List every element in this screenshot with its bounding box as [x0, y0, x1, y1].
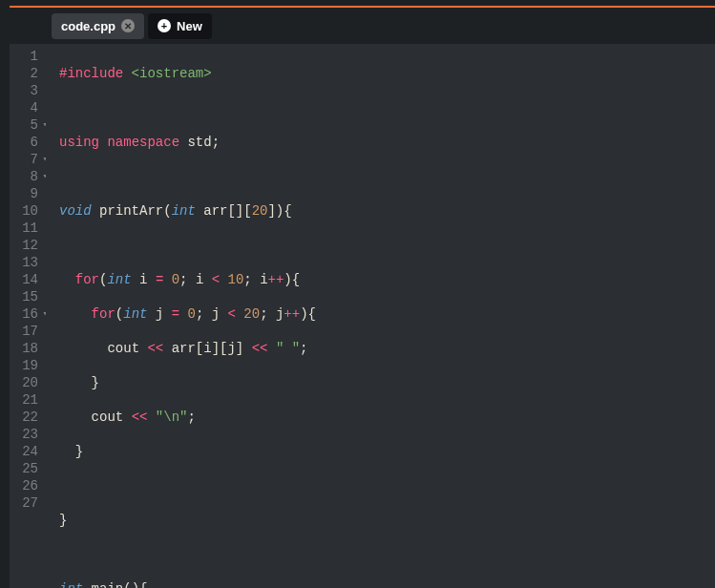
punct: ]){: [267, 203, 291, 219]
identifier: i: [132, 272, 156, 287]
line-number: 4: [13, 99, 38, 116]
line-number: 8: [13, 168, 38, 185]
line-number: 2: [13, 65, 38, 82]
line-number: 6: [13, 134, 38, 151]
line-number: 22: [13, 409, 38, 426]
operator: =: [172, 306, 179, 322]
punct: }: [59, 513, 67, 528]
code-line: [59, 237, 715, 254]
number: 0: [172, 272, 179, 287]
code-line: using namespace std;: [59, 134, 715, 151]
punct: }: [92, 375, 99, 390]
editor-container: code.cpp ✕ + New 12345678910111213141516…: [0, 0, 715, 588]
identifier: std: [179, 135, 212, 150]
code-line: [59, 168, 715, 185]
operator: <<: [132, 410, 148, 425]
new-tab-label: New: [177, 19, 202, 33]
line-number: 21: [13, 391, 38, 409]
include-path: <iostream>: [123, 66, 211, 81]
type: void: [59, 203, 92, 219]
function-name: printArr(: [92, 203, 172, 219]
line-number: 19: [13, 357, 38, 374]
operator: <: [228, 306, 236, 322]
number: 10: [228, 272, 244, 287]
keyword: namespace: [107, 135, 179, 150]
code-line: }: [59, 443, 715, 460]
line-number: 5: [13, 116, 38, 134]
code-line: [59, 99, 715, 116]
line-number: 14: [13, 271, 38, 288]
code-line: }: [59, 512, 715, 529]
line-number: 11: [13, 220, 38, 237]
line-number: 12: [13, 237, 38, 254]
line-number: 17: [13, 323, 38, 340]
number: 20: [243, 306, 260, 322]
punct: ;: [300, 341, 307, 356]
operator: ++: [268, 272, 284, 287]
string: "\n": [147, 410, 187, 425]
line-number: 20: [13, 374, 38, 391]
number: 0: [187, 306, 195, 322]
line-number: 23: [13, 426, 38, 443]
line-number-gutter: 1234567891011121314151617181920212223242…: [10, 44, 46, 588]
function-name: main(){: [83, 581, 147, 588]
line-number: 24: [13, 443, 38, 460]
type: int: [59, 581, 83, 588]
line-number: 10: [13, 202, 38, 220]
code-line: [59, 546, 715, 563]
identifier: j: [147, 306, 171, 322]
line-number: 9: [13, 185, 38, 202]
line-number: 18: [13, 340, 38, 357]
code-line: cout << "\n";: [59, 409, 715, 426]
tab-bar: code.cpp ✕ + New: [10, 6, 715, 44]
keyword: using: [59, 135, 99, 150]
indent: [59, 375, 92, 390]
code-line: int main(){: [59, 580, 715, 588]
plus-icon: +: [158, 19, 171, 32]
identifier: cout: [92, 410, 132, 425]
number: 20: [252, 203, 268, 219]
operator: <<: [252, 341, 268, 356]
operator: ++: [284, 306, 300, 322]
new-tab-button[interactable]: + New: [148, 13, 212, 39]
line-number: 1: [13, 48, 38, 65]
punct: (: [116, 306, 123, 322]
code-line: }: [59, 374, 715, 391]
line-number: 16: [13, 305, 38, 323]
punct: ;: [187, 410, 195, 425]
punct: ; j: [196, 306, 228, 322]
code-area[interactable]: #include <iostream> using namespace std;…: [46, 44, 715, 588]
close-icon[interactable]: ✕: [121, 19, 135, 32]
preprocessor: #include: [59, 66, 123, 81]
line-number: 25: [13, 460, 38, 477]
tab-label: code.cpp: [61, 19, 116, 33]
indent: [59, 410, 92, 425]
identifier: arr[][: [196, 203, 252, 219]
operator: <<: [147, 341, 163, 356]
string: " ": [267, 341, 300, 356]
line-number: 26: [13, 477, 38, 494]
type: int: [123, 306, 147, 322]
code-line: for(int i = 0; i < 10; i++){: [59, 271, 715, 288]
identifier: cout: [107, 341, 147, 356]
code-line: #include <iostream>: [59, 65, 715, 82]
punct: ){: [300, 306, 316, 322]
type: int: [172, 203, 196, 219]
identifier: arr[i][j]: [163, 341, 251, 356]
keyword: for: [92, 306, 116, 322]
line-number: 27: [13, 494, 38, 512]
punct: ; i: [243, 272, 267, 287]
code-line: cout << arr[i][j] << " ";: [59, 340, 715, 357]
code-line: void printArr(int arr[][20]){: [59, 202, 715, 220]
tab-code-cpp[interactable]: code.cpp ✕: [52, 13, 144, 39]
indent: [59, 272, 75, 287]
punct: ;: [212, 135, 220, 150]
line-number: 13: [13, 254, 38, 271]
punct: ; i: [179, 272, 212, 287]
line-number: 7: [13, 151, 38, 168]
type: int: [107, 272, 131, 287]
punct: ){: [284, 272, 300, 287]
indent: [59, 306, 92, 322]
operator: <: [212, 272, 220, 287]
line-number: 15: [13, 288, 38, 305]
